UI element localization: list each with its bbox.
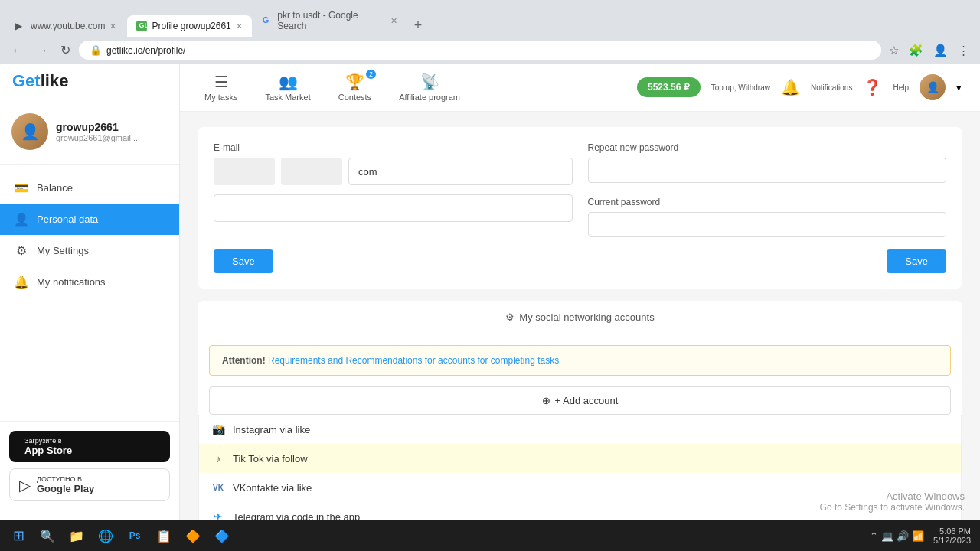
taskbar-explorer[interactable]: 📁 bbox=[63, 522, 90, 549]
tab-google[interactable]: G pkr to usdt - Google Search ✕ bbox=[253, 5, 407, 37]
photoshop-icon: Ps bbox=[129, 530, 141, 541]
wifi-icon: 📶 bbox=[912, 530, 924, 542]
lock-icon: 🔒 bbox=[90, 44, 102, 56]
user-dropdown-icon[interactable]: ▾ bbox=[956, 82, 962, 93]
social-header-icon: ⚙ bbox=[505, 311, 514, 323]
appstore-badge[interactable]: Загрузите в App Store bbox=[9, 431, 170, 462]
attention-box: Attention! Requirements and Recommendati… bbox=[209, 345, 951, 376]
repeat-password-input[interactable] bbox=[588, 158, 947, 183]
back-button[interactable]: ← bbox=[8, 42, 28, 59]
topup-withdraw[interactable]: Top up, Withdraw bbox=[711, 83, 770, 92]
tab-getlike[interactable]: GL Profile growup2661 ✕ bbox=[127, 15, 251, 37]
search-icon-taskbar: 🔍 bbox=[40, 529, 55, 543]
taskbar-search[interactable]: 🔍 bbox=[34, 522, 61, 549]
balance-amount: 5523.56 ₽ bbox=[648, 82, 690, 93]
tab-youtube-close[interactable]: ✕ bbox=[109, 21, 116, 31]
password-group: Repeat new password Current password bbox=[588, 142, 947, 237]
browser-icons: ☆ 🧩 👤 ⋮ bbox=[886, 42, 972, 59]
address-bar[interactable]: 🔒 getlike.io/en/profile/ bbox=[79, 41, 881, 60]
tiktok-label: Tik Tok via follow bbox=[233, 453, 308, 465]
page: Getlike 👤 growup2661 growup2661@gmail...… bbox=[0, 64, 980, 551]
chrome-icon: 🌐 bbox=[98, 529, 113, 543]
dropdown-instagram[interactable]: 📸 Instagram via like bbox=[199, 415, 961, 444]
sidebar-settings-label: My Settings bbox=[37, 245, 89, 256]
refresh-button[interactable]: ↻ bbox=[57, 41, 74, 59]
nav-item-tasks[interactable]: ☰ My tasks bbox=[198, 70, 243, 105]
topup-label: Top up, Withdraw bbox=[711, 83, 770, 92]
taskbar-right: ⌃ 💻 🔊 📶 5:06 PM 5/12/2023 bbox=[870, 527, 975, 545]
tab-getlike-label: Profile growup2661 bbox=[152, 21, 230, 31]
save-email-button[interactable]: Save bbox=[214, 249, 273, 273]
taskbar-chrome[interactable]: 🌐 bbox=[92, 522, 119, 549]
taskbar-app2[interactable]: 🔷 bbox=[208, 522, 236, 549]
sidebar-item-notifications[interactable]: 🔔 My notifications bbox=[0, 266, 179, 298]
start-button[interactable]: ⊞ bbox=[5, 522, 32, 549]
avatar: 👤 bbox=[11, 113, 48, 150]
balance-button[interactable]: 5523.56 ₽ bbox=[637, 77, 701, 97]
tab-google-label: pkr to usdt - Google Search bbox=[277, 10, 386, 31]
email-input[interactable] bbox=[348, 158, 573, 185]
profile-name: growup2661 bbox=[56, 121, 138, 133]
sidebar-item-settings[interactable]: ⚙ My Settings bbox=[0, 235, 179, 266]
nav-item-contests[interactable]: 🏆 2 Contests bbox=[332, 70, 377, 105]
sidebar-item-balance[interactable]: 💳 Balance bbox=[0, 172, 179, 204]
bookmark-icon[interactable]: ☆ bbox=[886, 42, 902, 59]
top-nav-items: ☰ My tasks 👥 Task Market 🏆 2 Contests 📡 … bbox=[198, 70, 619, 105]
email-form-section: E-mail Repeat new password Current passw… bbox=[198, 127, 962, 289]
taskbar-misc[interactable]: 📋 bbox=[150, 522, 178, 549]
address-bar-row: ← → ↻ 🔒 getlike.io/en/profile/ ☆ 🧩 👤 ⋮ bbox=[0, 37, 980, 64]
forward-button[interactable]: → bbox=[32, 42, 52, 59]
nav-item-market[interactable]: 👥 Task Market bbox=[259, 70, 316, 105]
taskbar-ps[interactable]: Ps bbox=[121, 522, 149, 549]
repeat-password-label: Repeat new password bbox=[588, 142, 947, 153]
app2-icon: 🔷 bbox=[214, 529, 230, 543]
appstore-name: App Store bbox=[24, 445, 72, 456]
tab-youtube[interactable]: ▶ www.youtube.com ✕ bbox=[6, 15, 126, 37]
settings-icon: ⚙ bbox=[14, 243, 29, 258]
contests-badge: 2 bbox=[366, 70, 376, 79]
email-extra-row bbox=[214, 194, 573, 222]
top-nav-right: 5523.56 ₽ Top up, Withdraw 🔔 Notificatio… bbox=[637, 74, 962, 100]
windows-icon: ⊞ bbox=[13, 527, 24, 544]
extensions-icon[interactable]: 🧩 bbox=[906, 42, 926, 59]
tasks-label: My tasks bbox=[204, 93, 237, 102]
app1-icon: 🔶 bbox=[185, 529, 201, 543]
help-icon[interactable]: ❓ bbox=[863, 78, 882, 96]
email-input-row bbox=[214, 158, 573, 185]
tiktok-icon: ♪ bbox=[211, 452, 225, 465]
sidebar-apps: Загрузите в App Store ▷ ДОСТУПНО В Googl… bbox=[0, 421, 179, 510]
user-avatar[interactable]: 👤 bbox=[920, 74, 946, 100]
content-area: E-mail Repeat new password Current passw… bbox=[180, 112, 980, 551]
googleplay-small: ДОСТУПНО В bbox=[37, 475, 94, 483]
sidebar-item-personal[interactable]: 👤 Personal data bbox=[0, 204, 179, 235]
avatar-inner: 👤 bbox=[11, 113, 48, 150]
explorer-icon: 📁 bbox=[69, 529, 84, 543]
help-label: Help bbox=[893, 83, 909, 92]
googleplay-badge[interactable]: ▷ ДОСТУПНО В Google Play bbox=[9, 468, 170, 501]
attention-text: Attention! bbox=[222, 355, 266, 366]
add-account-button[interactable]: ⊕ + Add account bbox=[209, 386, 951, 415]
tab-google-close[interactable]: ✕ bbox=[390, 16, 397, 26]
form-row: E-mail Repeat new password Current passw… bbox=[214, 142, 946, 237]
current-password-input[interactable] bbox=[588, 212, 947, 237]
appstore-text: Загрузите в App Store bbox=[24, 437, 72, 456]
notifications-label: Notifications bbox=[811, 83, 852, 92]
profile-email: growup2661@gmail... bbox=[56, 133, 138, 142]
email-prefix-box2 bbox=[281, 158, 342, 185]
taskbar-app1[interactable]: 🔶 bbox=[179, 522, 207, 549]
tab-getlike-close[interactable]: ✕ bbox=[236, 21, 243, 31]
notifications-icon[interactable]: 🔔 bbox=[781, 78, 800, 96]
nav-item-affiliate[interactable]: 📡 Affiliate program bbox=[393, 70, 466, 105]
clock-date: 5/12/2023 bbox=[933, 536, 971, 545]
profile-icon[interactable]: 👤 bbox=[930, 42, 951, 59]
save-password-button[interactable]: Save bbox=[887, 249, 946, 273]
new-tab-button[interactable]: + bbox=[408, 15, 429, 37]
google-play-icon: ▷ bbox=[19, 476, 31, 494]
dropdown-tiktok[interactable]: ♪ Tik Tok via follow bbox=[199, 444, 961, 473]
sidebar-top-nav: Getlike bbox=[0, 64, 179, 99]
tray-icon-3: 🔊 bbox=[897, 530, 909, 542]
more-icon[interactable]: ⋮ bbox=[955, 42, 972, 59]
watermark-title: Activate Windows bbox=[820, 491, 965, 502]
current-password-label: Current password bbox=[588, 197, 947, 207]
attention-link[interactable]: Requirements and Recommendations for acc… bbox=[268, 355, 559, 366]
